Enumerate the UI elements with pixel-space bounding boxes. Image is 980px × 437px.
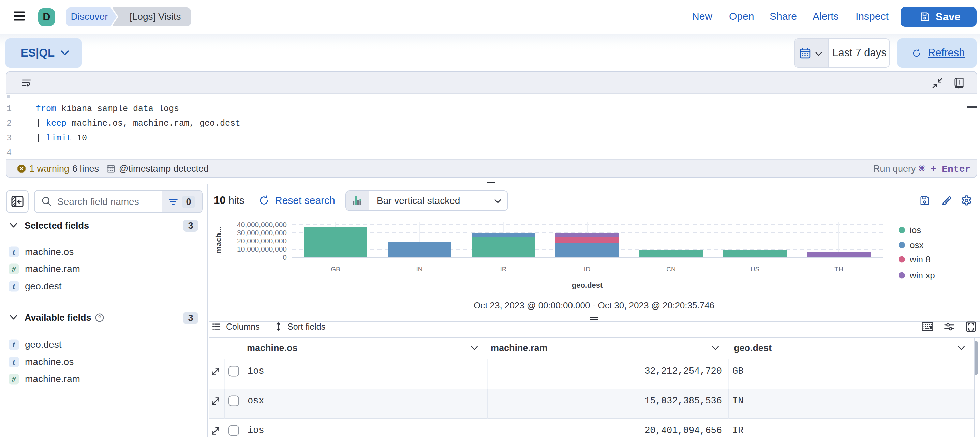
svg-text:?: ? [98,315,101,320]
